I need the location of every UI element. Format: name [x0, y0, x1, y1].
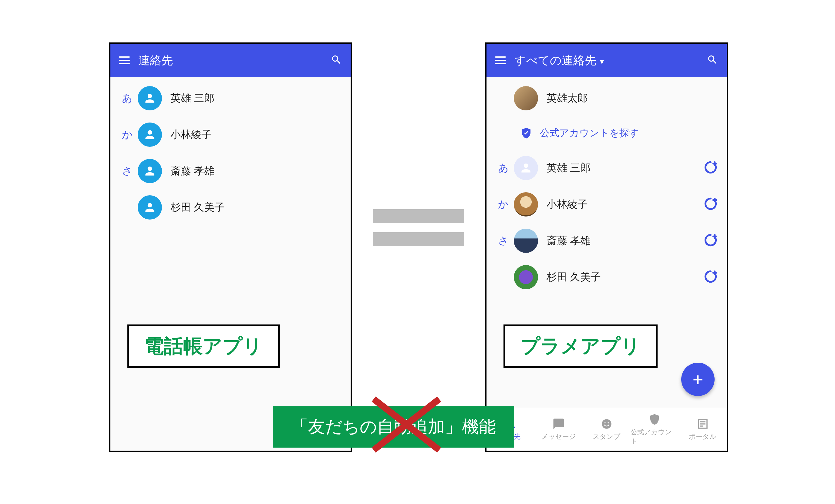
- section-index: あ: [493, 161, 514, 175]
- profile-name: 英雄太郎: [547, 91, 588, 105]
- avatar-photo: [514, 192, 538, 216]
- nav-label: 公式アカウント: [631, 427, 678, 446]
- nav-label: スタンプ: [593, 432, 620, 441]
- svg-point-0: [602, 419, 611, 429]
- nav-stamps[interactable]: スタンプ: [583, 408, 631, 450]
- find-official-label: 公式アカウントを探す: [540, 126, 639, 140]
- contact-name: 斎藤 孝雄: [170, 164, 215, 178]
- svg-point-2: [608, 422, 609, 423]
- contact-name: 英雄 三郎: [170, 91, 215, 105]
- add-friend-icon[interactable]: [704, 197, 718, 212]
- hamburger-icon[interactable]: [495, 57, 506, 64]
- avatar-icon: [138, 159, 162, 183]
- contact-row[interactable]: さ 斎藤 孝雄: [487, 223, 727, 259]
- comparison-graphic: 連絡先 あ 英雄 三郎 か 小林綾子 さ 斎藤 孝雄: [0, 0, 835, 504]
- nav-label: メッセージ: [542, 432, 576, 441]
- avatar-photo: [514, 229, 538, 253]
- appbar-title: 連絡先: [138, 53, 322, 68]
- avatar-photo: [514, 86, 538, 110]
- contact-row[interactable]: あ 英雄 三郎: [487, 150, 727, 186]
- portal-icon: [696, 418, 709, 430]
- svg-point-1: [605, 422, 606, 423]
- appbar-title-dropdown[interactable]: すべての連絡先▾: [514, 53, 698, 68]
- contact-name: 英雄 三郎: [547, 161, 591, 175]
- bottom-navigation: 連絡先 メッセージ スタンプ 公式アカウント ポータル: [487, 408, 727, 450]
- contact-name: 斎藤 孝雄: [547, 234, 591, 248]
- nav-messages[interactable]: メッセージ: [534, 408, 582, 450]
- my-profile-row[interactable]: 英雄太郎: [487, 80, 727, 117]
- avatar-icon: [138, 195, 162, 219]
- contact-row[interactable]: 杉田 久美子: [487, 259, 727, 295]
- contact-row[interactable]: か 小林綾子: [487, 186, 727, 223]
- section-index: さ: [117, 164, 138, 178]
- contacts-list: あ 英雄 三郎 か 小林綾子 さ 斎藤 孝雄 杉田 久美子: [110, 77, 351, 229]
- nav-official[interactable]: 公式アカウント: [631, 408, 678, 450]
- smile-icon: [600, 418, 613, 430]
- message-icon: [552, 418, 565, 430]
- nav-label: ポータル: [689, 432, 716, 441]
- phonebook-app-screenshot: 連絡先 あ 英雄 三郎 か 小林綾子 さ 斎藤 孝雄: [109, 42, 352, 452]
- contact-name: 小林綾子: [170, 128, 212, 142]
- search-icon[interactable]: [707, 54, 718, 67]
- contact-row[interactable]: 杉田 久美子: [110, 189, 351, 226]
- contact-name: 小林綾子: [547, 197, 588, 211]
- nav-portal[interactable]: ポータル: [679, 408, 727, 450]
- contacts-list: 英雄太郎 公式アカウントを探す あ 英雄 三郎 か 小林綾子 さ: [487, 77, 727, 298]
- contact-name: 杉田 久美子: [170, 201, 225, 214]
- shield-icon: [648, 413, 661, 426]
- chevron-down-icon: ▾: [600, 57, 604, 66]
- section-index: さ: [493, 234, 514, 248]
- caption-plusmessage: プラメアプリ: [504, 324, 657, 368]
- find-official-accounts[interactable]: 公式アカウントを探す: [487, 117, 727, 150]
- search-icon[interactable]: [331, 54, 342, 67]
- contact-name: 杉田 久美子: [547, 270, 601, 284]
- avatar-placeholder-icon: [514, 156, 538, 180]
- contact-row[interactable]: か 小林綾子: [110, 117, 351, 153]
- add-friend-icon[interactable]: [704, 270, 718, 285]
- shield-check-icon: [520, 127, 533, 140]
- section-index: か: [117, 128, 138, 142]
- feature-banner: 「友だちの自動追加」機能: [273, 406, 514, 447]
- section-index: か: [493, 197, 514, 211]
- hamburger-icon[interactable]: [119, 57, 130, 64]
- avatar-icon: [138, 86, 162, 110]
- avatar-icon: [138, 123, 162, 147]
- avatar-photo: [514, 265, 538, 289]
- equals-sign: [373, 209, 464, 246]
- fab-new[interactable]: +: [681, 363, 715, 396]
- add-friend-icon[interactable]: [704, 161, 718, 175]
- contact-row[interactable]: あ 英雄 三郎: [110, 80, 351, 117]
- plusmessage-app-screenshot: すべての連絡先▾ 英雄太郎 公式アカウントを探す あ 英雄 三郎: [485, 42, 728, 452]
- section-index: あ: [117, 91, 138, 105]
- contact-row[interactable]: さ 斎藤 孝雄: [110, 153, 351, 189]
- appbar: 連絡先: [110, 44, 351, 77]
- add-friend-icon[interactable]: [704, 233, 718, 248]
- caption-phonebook: 電話帳アプリ: [127, 324, 280, 368]
- appbar: すべての連絡先▾: [487, 44, 727, 77]
